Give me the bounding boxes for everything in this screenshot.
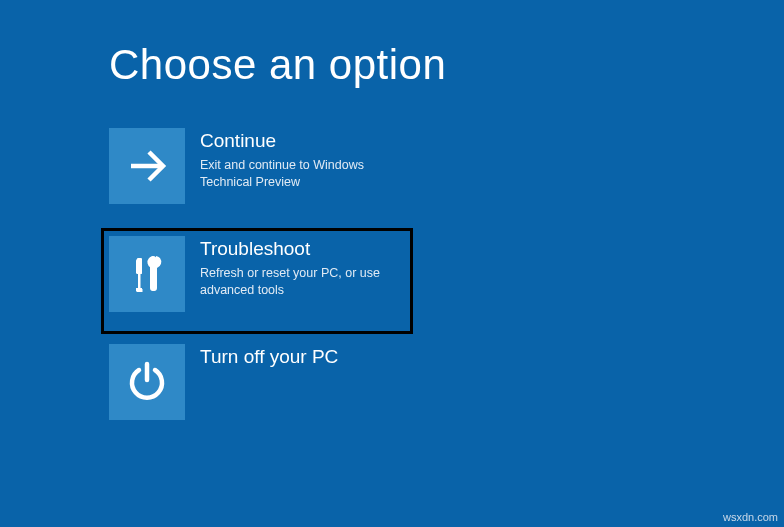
svg-rect-4 — [136, 259, 142, 274]
options-list: Continue Exit and continue to Windows Te… — [109, 128, 414, 452]
option-turnoff-title: Turn off your PC — [200, 346, 338, 369]
option-troubleshoot-text: Troubleshoot Refresh or reset your PC, o… — [185, 236, 395, 299]
option-turnoff-text: Turn off your PC — [185, 344, 338, 373]
option-continue-tile — [109, 128, 185, 204]
option-turnoff-tile — [109, 344, 185, 420]
option-troubleshoot-description: Refresh or reset your PC, or use advance… — [200, 265, 395, 299]
watermark: wsxdn.com — [723, 511, 778, 523]
option-troubleshoot-title: Troubleshoot — [200, 238, 395, 261]
page-title: Choose an option — [109, 41, 446, 89]
option-continue-description: Exit and continue to Windows Technical P… — [200, 157, 395, 191]
option-continue-text: Continue Exit and continue to Windows Te… — [185, 128, 395, 191]
option-turnoff[interactable]: Turn off your PC — [109, 344, 414, 420]
option-troubleshoot-tile — [109, 236, 185, 312]
power-icon — [123, 358, 171, 406]
option-continue-title: Continue — [200, 130, 395, 153]
svg-rect-6 — [136, 288, 142, 291]
tools-icon — [123, 250, 171, 298]
option-continue[interactable]: Continue Exit and continue to Windows Te… — [109, 128, 414, 204]
option-troubleshoot[interactable]: Troubleshoot Refresh or reset your PC, o… — [109, 236, 414, 312]
arrow-right-icon — [123, 142, 171, 190]
svg-rect-5 — [138, 274, 140, 288]
